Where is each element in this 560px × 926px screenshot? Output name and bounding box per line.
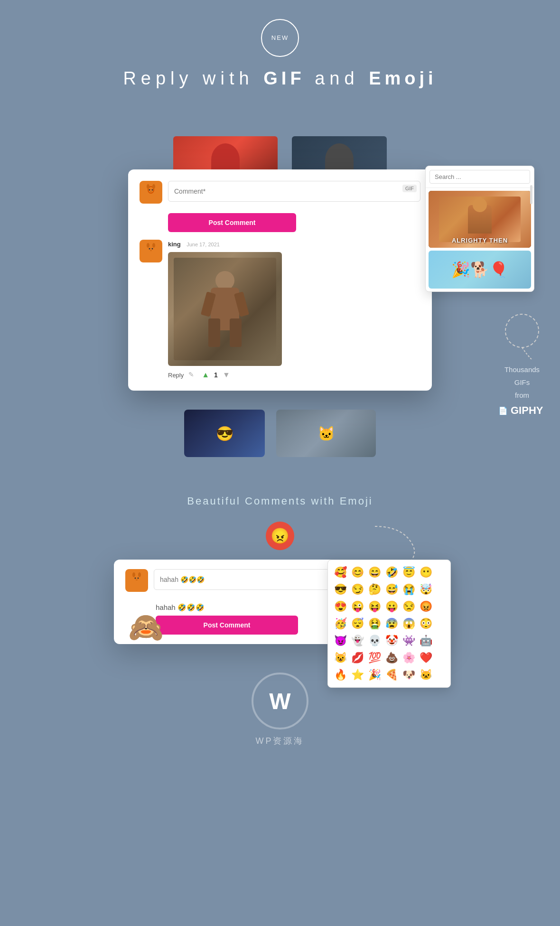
emoji-cell[interactable]: 😈 bbox=[333, 633, 348, 648]
svg-point-3 bbox=[147, 184, 149, 189]
gif-item-scooby[interactable]: 🎉🐕🎈 bbox=[429, 251, 531, 289]
gif-badge[interactable]: GIF bbox=[402, 185, 417, 192]
emoji-modal-wrapper: GIF ☺ hahah 🤣🤣🤣 Post Comment 🥰 😊 😄 🤣 😇 😶 bbox=[0, 560, 560, 644]
emoji-cell[interactable]: 🤣 bbox=[384, 565, 399, 580]
bottom-gif-thumb-2: 🐱 bbox=[276, 410, 376, 457]
emoji-cell[interactable]: 😺 bbox=[333, 650, 348, 665]
svg-point-12 bbox=[149, 248, 150, 250]
emoji-cell[interactable]: 💀 bbox=[367, 633, 382, 648]
svg-point-5 bbox=[149, 189, 150, 191]
svg-point-22 bbox=[138, 578, 139, 579]
gif-picker-grid: ALRIGHTY THEN 🎉🐕🎈 bbox=[426, 188, 534, 291]
emoji-cell[interactable]: 👾 bbox=[401, 633, 416, 648]
reply-button[interactable]: Reply bbox=[168, 372, 184, 379]
emoji-cell[interactable]: 😄 bbox=[367, 565, 382, 580]
bottom-gif-row: 😎 🐱 bbox=[0, 410, 560, 457]
giphy-branding: Thousands GIFs from 📄 GIPHY bbox=[498, 312, 546, 417]
emoji-cell[interactable]: 👻 bbox=[350, 633, 365, 648]
gif-thumbnail-red bbox=[173, 136, 278, 174]
emoji-cell[interactable]: ❤️ bbox=[418, 650, 433, 665]
comment-input[interactable] bbox=[168, 181, 420, 202]
emoji-cell[interactable]: 🍕 bbox=[384, 667, 399, 683]
vote-count: 1 bbox=[214, 371, 218, 379]
emoji-cell[interactable]: 🥰 bbox=[333, 565, 348, 580]
emoji-cell[interactable]: 😍 bbox=[333, 599, 348, 614]
wordpress-section: W WP资源海 bbox=[0, 663, 560, 756]
emoji-cell[interactable]: 🥳 bbox=[333, 616, 348, 631]
downvote-button[interactable]: ▼ bbox=[223, 371, 230, 379]
emoji-modal-card: GIF ☺ hahah 🤣🤣🤣 Post Comment 🥰 😊 😄 🤣 😇 😶 bbox=[114, 560, 446, 644]
emoji-cell[interactable]: 😝 bbox=[367, 599, 382, 614]
emoji-grid: 🥰 😊 😄 🤣 😇 😶 😎 😏 🤔 😅 😭 🤯 😍 😜 😝 😛 bbox=[333, 565, 446, 683]
emoji-cell[interactable]: 🔥 bbox=[333, 667, 348, 683]
svg-point-14 bbox=[150, 250, 152, 251]
svg-point-23 bbox=[136, 580, 138, 580]
comment-avatar bbox=[140, 240, 162, 262]
gif-item-ace[interactable]: ALRIGHTY THEN bbox=[429, 191, 531, 248]
emoji-cell[interactable]: 😶 bbox=[418, 565, 433, 580]
svg-point-4 bbox=[152, 184, 155, 189]
top-section: NEW Reply with GIF and Emoji bbox=[0, 0, 560, 103]
emoji-cell[interactable]: 🤖 bbox=[418, 633, 433, 648]
emoji-cell[interactable]: 😜 bbox=[350, 599, 365, 614]
svg-point-7 bbox=[150, 191, 152, 192]
comment-item: king June 17, 2021 bbox=[140, 240, 420, 379]
emoji-cell[interactable]: 💩 bbox=[384, 650, 399, 665]
decorative-monkey: 🙈 bbox=[128, 610, 164, 644]
post-comment-button[interactable]: Post Comment bbox=[168, 213, 296, 232]
emoji-cell[interactable]: 😴 bbox=[350, 616, 365, 631]
emoji-cell[interactable]: 🤯 bbox=[418, 582, 433, 597]
gif-alrighty-text: ALRIGHTY THEN bbox=[452, 237, 508, 244]
emoji-cell[interactable]: 😎 bbox=[333, 582, 348, 597]
emoji-cell[interactable]: 😒 bbox=[401, 599, 416, 614]
emoji-face-angry: 😠 bbox=[266, 522, 294, 550]
svg-point-6 bbox=[152, 189, 153, 191]
comment-input-area: GIF bbox=[168, 181, 420, 202]
upvote-button[interactable]: ▲ bbox=[202, 371, 209, 379]
gif-picker-popup: ALRIGHTY THEN 🎉🐕🎈 bbox=[425, 166, 534, 292]
bottom-gif-thumb-1: 😎 bbox=[184, 410, 265, 457]
gif-thumbnail-dark bbox=[292, 136, 387, 174]
emoji-cell[interactable]: ⭐ bbox=[350, 667, 365, 683]
new-badge: NEW bbox=[261, 19, 299, 57]
emoji-cell[interactable]: 🐶 bbox=[401, 667, 416, 683]
emoji-cell[interactable]: 😛 bbox=[384, 599, 399, 614]
emoji-user-avatar bbox=[125, 569, 148, 592]
svg-point-15 bbox=[505, 314, 539, 347]
emoji-cell[interactable]: 😇 bbox=[401, 565, 416, 580]
emoji-cell[interactable]: 😊 bbox=[350, 565, 365, 580]
emoji-cell[interactable]: 🤔 bbox=[367, 582, 382, 597]
emoji-cell[interactable]: 😭 bbox=[401, 582, 416, 597]
user-avatar bbox=[140, 181, 162, 204]
emoji-cell[interactable]: 🎉 bbox=[367, 667, 382, 683]
comment-actions: Reply ✎ ▲ 1 ▼ bbox=[168, 371, 420, 379]
emoji-picker: 🥰 😊 😄 🤣 😇 😶 😎 😏 🤔 😅 😭 🤯 😍 😜 😝 😛 bbox=[327, 560, 451, 688]
headline: Reply with GIF and Emoji bbox=[0, 68, 560, 89]
emoji-cell[interactable]: 🐱 bbox=[418, 667, 433, 683]
emoji-cell[interactable]: 😰 bbox=[384, 616, 399, 631]
comment-body: king June 17, 2021 bbox=[168, 240, 420, 379]
giphy-logo: 📄 GIPHY bbox=[498, 404, 546, 417]
gif-search-area bbox=[426, 166, 534, 188]
emoji-cell[interactable]: 😱 bbox=[401, 616, 416, 631]
comment-modal: GIF Post Comment bbox=[128, 169, 432, 391]
emoji-cell[interactable]: 🤡 bbox=[384, 633, 399, 648]
emoji-post-comment-button[interactable]: Post Comment bbox=[156, 616, 298, 635]
emoji-cell[interactable]: 🌸 bbox=[401, 650, 416, 665]
emoji-section-label: Beautiful Comments with Emoji bbox=[0, 495, 560, 507]
emoji-cell[interactable]: 💋 bbox=[350, 650, 365, 665]
emoji-cell[interactable]: 😡 bbox=[418, 599, 433, 614]
emoji-cell[interactable]: 😅 bbox=[384, 582, 399, 597]
emoji-cell[interactable]: 💯 bbox=[367, 650, 382, 665]
comment-author: king bbox=[168, 241, 181, 248]
emoji-cell[interactable]: 😏 bbox=[350, 582, 365, 597]
edit-icon[interactable]: ✎ bbox=[188, 371, 197, 379]
comment-date: June 17, 2021 bbox=[187, 242, 220, 247]
emoji-cell[interactable]: 😳 bbox=[418, 616, 433, 631]
comment-section: king June 17, 2021 bbox=[140, 240, 420, 379]
gif-search-input[interactable] bbox=[429, 170, 530, 184]
comment-gif-image bbox=[168, 252, 282, 366]
wp-logo: W bbox=[252, 673, 308, 730]
svg-point-21 bbox=[135, 578, 136, 579]
emoji-cell[interactable]: 🤮 bbox=[367, 616, 382, 631]
